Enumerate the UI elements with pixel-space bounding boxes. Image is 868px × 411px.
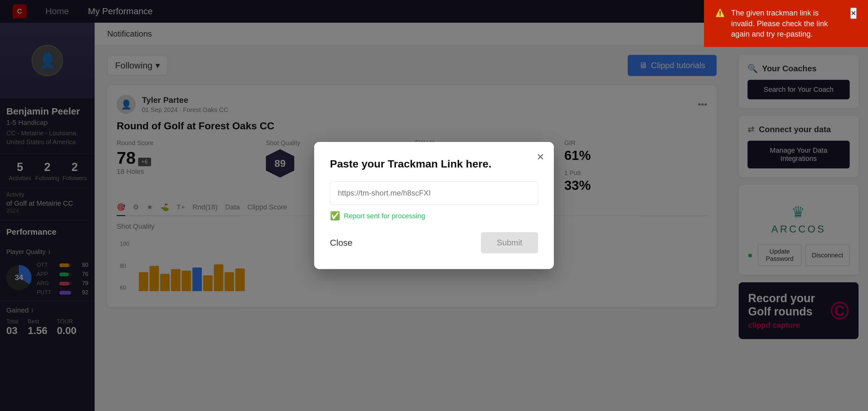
- modal-submit-button[interactable]: Submit: [481, 232, 538, 253]
- toast-close-button[interactable]: ×: [850, 7, 857, 19]
- success-check-icon: ✅: [330, 211, 340, 221]
- trackman-link-modal: Paste your Trackman Link here. ✕ ✅ Repor…: [314, 142, 554, 269]
- modal-overlay: Paste your Trackman Link here. ✕ ✅ Repor…: [0, 0, 868, 411]
- trackman-link-input[interactable]: [330, 181, 538, 205]
- modal-title: Paste your Trackman Link here.: [330, 158, 538, 170]
- warning-icon: ⚠️: [715, 7, 725, 18]
- modal-close-button[interactable]: Close: [330, 238, 352, 248]
- modal-success-message: ✅ Report sent for processing: [330, 211, 538, 221]
- toast-message: The given trackman link is invalid. Plea…: [731, 7, 844, 39]
- modal-close-x-button[interactable]: ✕: [536, 151, 545, 162]
- error-toast: ⚠️ The given trackman link is invalid. P…: [704, 0, 868, 47]
- modal-footer: Close Submit: [330, 232, 538, 253]
